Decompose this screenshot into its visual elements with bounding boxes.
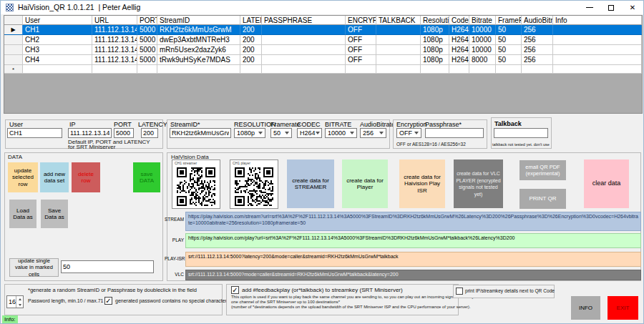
no-special-chars-checkbox[interactable]: ✓ bbox=[104, 297, 112, 305]
grid-column-header[interactable]: Codec bbox=[449, 16, 469, 25]
grid-cell[interactable]: 10000 bbox=[469, 45, 496, 55]
passphrase-input[interactable] bbox=[425, 128, 484, 138]
update-value-input[interactable] bbox=[61, 260, 154, 273]
grid-cell[interactable]: 5000 bbox=[137, 25, 157, 35]
port-input[interactable] bbox=[114, 128, 134, 138]
new-row-header-cell[interactable]: * bbox=[4, 65, 23, 74]
clear-data-button[interactable]: clear data bbox=[584, 159, 629, 208]
grid-cell[interactable]: OFF bbox=[346, 35, 376, 45]
grid-cell[interactable]: tRwk9uHSyKe7MDAS bbox=[157, 55, 240, 65]
play-isr-url-box[interactable]: srt://111.112.13.14:5000?latency=200&mod… bbox=[185, 252, 641, 267]
grid-cell[interactable]: OFF bbox=[346, 55, 376, 65]
grid-cell[interactable]: CH3 bbox=[23, 45, 92, 55]
feedbackplay-checkbox[interactable]: ✓ bbox=[231, 286, 239, 294]
grid-cell[interactable]: 1080p bbox=[421, 55, 449, 65]
resolution-select[interactable]: 1080p bbox=[234, 128, 265, 138]
grid-column-header[interactable]: StreamID bbox=[157, 16, 240, 25]
update-selected-row-button[interactable]: update selected row bbox=[8, 162, 38, 192]
grid-cell[interactable]: OFF bbox=[346, 25, 376, 35]
grid-column-header[interactable]: PASSPHRASE bbox=[262, 16, 346, 25]
create-player-button[interactable]: create data for Player bbox=[342, 159, 388, 208]
grid-cell[interactable]: 111.112.13.14 bbox=[92, 35, 137, 45]
grid-column-header[interactable]: Bitrate bbox=[469, 16, 496, 25]
row-header-cell[interactable]: ▶ bbox=[4, 25, 23, 35]
grid-cell[interactable]: RKH2tz6kMmUsGrwM bbox=[157, 25, 240, 35]
play-url-box[interactable]: https://play.haivision.com/play?url=srt%… bbox=[185, 233, 641, 248]
load-data-as-button[interactable]: Load Data as bbox=[9, 200, 36, 228]
grid-cell[interactable] bbox=[137, 65, 157, 74]
grid-cell[interactable] bbox=[553, 35, 642, 45]
grid-cell[interactable] bbox=[553, 55, 642, 65]
grid-cell[interactable] bbox=[262, 25, 346, 35]
streamid-input[interactable] bbox=[170, 128, 231, 138]
grid-cell[interactable] bbox=[240, 65, 262, 74]
grid-column-header[interactable]: URL bbox=[92, 16, 137, 25]
grid-cell[interactable] bbox=[376, 45, 421, 55]
grid-column-header[interactable]: AudioBitrate bbox=[522, 16, 553, 25]
grid-cell[interactable] bbox=[553, 45, 642, 55]
grid-cell[interactable]: 50 bbox=[496, 35, 522, 45]
stream-url-box[interactable]: https://play.haivision.com/stream?url=sr… bbox=[185, 212, 641, 231]
delete-row-button[interactable]: delete row bbox=[72, 162, 100, 192]
grid-cell[interactable] bbox=[553, 25, 642, 35]
grid-cell[interactable] bbox=[449, 65, 469, 74]
grid-column-header[interactable]: ENCRYPTION bbox=[346, 16, 376, 25]
exit-button[interactable]: EXIT bbox=[608, 296, 638, 320]
grid-cell[interactable] bbox=[522, 65, 553, 74]
vlc-url-box[interactable]: srt://111.112.13.14:5000?mode=caller&str… bbox=[185, 270, 641, 280]
user-input[interactable] bbox=[7, 128, 62, 138]
spin-down-button[interactable] bbox=[16, 302, 23, 308]
spin-up-button[interactable] bbox=[16, 296, 23, 302]
grid-cell[interactable] bbox=[469, 65, 496, 74]
add-new-data-set-button[interactable]: add new data set bbox=[40, 162, 69, 192]
grid-cell[interactable] bbox=[376, 25, 421, 35]
grid-cell[interactable]: 5000 bbox=[137, 45, 157, 55]
grid-cell[interactable]: 200 bbox=[240, 45, 262, 55]
grid-row[interactable]: CH3111.112.13.145000mRn5Usex2dazZyk6200O… bbox=[4, 45, 642, 55]
grid-cell[interactable]: CH4 bbox=[23, 55, 92, 65]
stepper-buttons[interactable] bbox=[16, 296, 23, 308]
print-qr-button[interactable]: PRINT QR bbox=[519, 189, 566, 209]
grid-column-header[interactable]: Resolution bbox=[421, 16, 449, 25]
grid-cell[interactable]: mRn5Usex2dazZyk6 bbox=[157, 45, 240, 55]
grid-cell[interactable]: 1080p bbox=[421, 25, 449, 35]
create-streamer-button[interactable]: create data for STREAMER bbox=[287, 159, 334, 208]
framerate-select[interactable]: 50 bbox=[270, 128, 292, 138]
grid-cell[interactable]: 111.112.13.14 bbox=[92, 55, 137, 65]
grid-column-header[interactable]: User bbox=[23, 16, 92, 25]
email-qr-pdf-button[interactable]: email QR PDF (experimental) bbox=[519, 160, 566, 180]
create-vlc-player-button[interactable]: create data for VLC PLAYER (encrypted si… bbox=[454, 159, 503, 208]
grid-corner-cell[interactable] bbox=[4, 16, 23, 25]
latency-input[interactable] bbox=[141, 128, 158, 138]
grid-cell[interactable]: H264 bbox=[449, 35, 469, 45]
bitrate-select[interactable]: 10000 bbox=[325, 128, 357, 138]
encryption-select[interactable]: OFF bbox=[396, 128, 421, 138]
grid-cell[interactable]: CH1 bbox=[23, 25, 92, 35]
grid-cell[interactable] bbox=[23, 65, 92, 74]
grid-cell[interactable] bbox=[376, 35, 421, 45]
ip-input[interactable] bbox=[68, 128, 112, 138]
grid-cell[interactable]: OFF bbox=[346, 45, 376, 55]
grid-cell[interactable]: 1080p bbox=[421, 45, 449, 55]
grid-cell[interactable]: 256 bbox=[522, 35, 553, 45]
grid-cell[interactable]: H264 bbox=[449, 45, 469, 55]
password-length-stepper[interactable] bbox=[6, 295, 24, 308]
create-play-isr-button[interactable]: create data for Haivision Play ISR bbox=[399, 159, 445, 208]
update-single-value-button[interactable]: update single value in marked cells bbox=[9, 258, 59, 277]
grid-cell[interactable]: 111.112.13.14 bbox=[92, 25, 137, 35]
grid-cell[interactable] bbox=[262, 35, 346, 45]
grid-cell[interactable] bbox=[496, 65, 522, 74]
grid-cell[interactable]: dwEp3AxbtMNTReH3 bbox=[157, 35, 240, 45]
codec-select[interactable]: H264 bbox=[297, 128, 322, 138]
save-data-button[interactable]: save DATA bbox=[133, 162, 160, 192]
grid-cell[interactable]: 8000 bbox=[469, 55, 496, 65]
grid-cell[interactable] bbox=[421, 65, 449, 74]
grid-cell[interactable]: CH2 bbox=[23, 35, 92, 45]
minimize-button[interactable] bbox=[579, 1, 600, 14]
grid-cell[interactable]: 50 bbox=[496, 55, 522, 65]
grid-cell[interactable]: H264 bbox=[449, 25, 469, 35]
grid-row[interactable]: CH4111.112.13.145000tRwk9uHSyKe7MDAS200O… bbox=[4, 55, 642, 65]
talkback-input[interactable] bbox=[494, 128, 548, 138]
row-header-cell[interactable] bbox=[4, 35, 23, 45]
grid-cell[interactable]: 50 bbox=[496, 45, 522, 55]
